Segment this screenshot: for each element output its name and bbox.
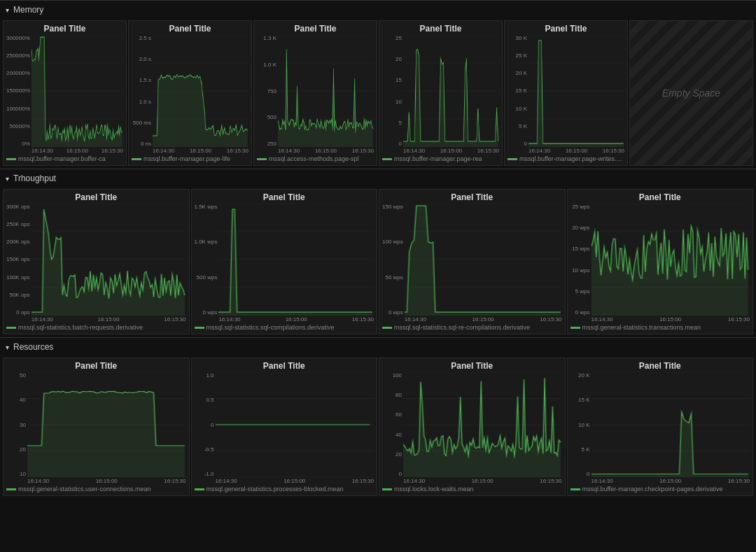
y-label: 20: [382, 451, 402, 458]
y-label: 0.5: [195, 397, 214, 403]
y-label: 0: [195, 422, 214, 428]
metric-indicator: [257, 158, 267, 160]
section-header-memory[interactable]: ▾Memory: [0, 0, 756, 19]
panel-title: Panel Title: [6, 361, 186, 371]
chart-canvas: [403, 35, 499, 147]
x-label: 16:15:00: [472, 478, 493, 484]
y-label: 50: [6, 372, 26, 378]
y-label: 20 wps: [570, 225, 590, 231]
panel-panel-thr-1: Panel Title300K ops250K ops200K ops150K …: [3, 189, 190, 334]
panel-title: Panel Title: [382, 192, 562, 202]
y-label: 150000%: [6, 87, 30, 94]
x-label: 16:15:00: [190, 148, 211, 154]
x-label: 16:14:30: [218, 316, 240, 323]
x-label: 16:15:30: [540, 478, 561, 484]
canvas-container: 16:14:3016:15:0016:15:30: [218, 204, 374, 323]
chart-wrapper: 1.5K wps1.0K wps500 wps0 wps16:14:3016:1…: [195, 204, 374, 323]
panel-metric-label: mssql.sql-statistics.sql-re-compilations…: [382, 324, 562, 331]
panel-title: Panel Title: [6, 192, 186, 202]
panel-panel-thr-4: Panel Title25 wps20 wps15 wps10 wps5 wps…: [567, 189, 754, 334]
y-label: 10 K: [570, 422, 590, 428]
x-axis: 16:14:3016:15:0016:15:30: [403, 478, 562, 484]
panel-panel-res-3: Panel Title10080604020016:14:3016:15:001…: [379, 358, 566, 496]
chart-canvas: [278, 35, 374, 147]
panel-metric-label: mssql.general-statistics.transactions.me…: [570, 324, 750, 331]
section-label: Trhoughput: [13, 174, 56, 183]
chart-canvas: [153, 35, 248, 147]
y-axis: 2520151050: [382, 35, 403, 147]
y-label: 200000%: [6, 70, 30, 76]
y-label: 5 wps: [570, 288, 590, 295]
y-label: 30: [6, 422, 26, 428]
x-label: 16:14:30: [278, 148, 300, 154]
x-label: 16:14:30: [403, 148, 425, 154]
y-label: 1.3 K: [257, 35, 276, 41]
chart-canvas: [31, 204, 186, 316]
chart-wrapper: 300K ops250K ops200K ops150K ops100K ops…: [6, 204, 186, 323]
y-label: 0: [570, 471, 590, 477]
y-label: 10 K: [507, 106, 527, 112]
chevron-icon: ▾: [6, 344, 9, 351]
y-label: 20 K: [507, 70, 527, 76]
y-label: 500 wps: [195, 274, 218, 281]
panel-metric-label: mssql.buffer-manager.checkpoint-pages.de…: [570, 486, 750, 493]
chart-wrapper: 1.3 K1.0 K75050025016:14:3016:15:0016:15…: [257, 35, 374, 154]
y-label: 250: [257, 141, 276, 147]
y-label: 0 wps: [195, 309, 218, 316]
y-label: 0: [382, 141, 402, 147]
x-label: 16:15:30: [728, 478, 750, 484]
x-label: 16:14:30: [405, 316, 426, 323]
y-label: 2.0 s: [132, 56, 151, 62]
x-axis: 16:14:3016:15:0016:15:30: [153, 148, 248, 154]
y-label: 15: [382, 77, 402, 83]
chart-canvas: [592, 204, 750, 316]
y-label: 100000%: [6, 106, 30, 112]
canvas-container: 16:14:3016:15:0016:15:30: [27, 372, 186, 484]
panels-row-resources: Panel Title504030201016:14:3016:15:0016:…: [0, 356, 756, 499]
app-container: ▾MemoryPanel Title300000%250000%200000%1…: [0, 0, 756, 499]
y-label: 50K ops: [6, 292, 30, 298]
x-label: 16:15:30: [227, 148, 248, 154]
panel-panel-res-4: Panel Title20 K15 K10 K5 K016:14:3016:15…: [567, 358, 754, 496]
chart-wrapper: 30 K25 K20 K15 K10 K5 K016:14:3016:15:00…: [507, 35, 624, 154]
y-label: 300000%: [6, 35, 30, 41]
y-label: 750: [257, 88, 276, 94]
y-label: 50 wps: [382, 274, 403, 281]
metric-indicator: [382, 327, 392, 329]
y-label: 0: [382, 471, 402, 477]
panel-metric-label: mssql.sql-statistics.batch-requests.deri…: [6, 324, 186, 331]
panel-panel-memory-3: Panel Title1.3 K1.0 K75050025016:14:3016…: [253, 20, 377, 166]
chart-wrapper: 300000%250000%200000%150000%100000%50000…: [6, 35, 123, 154]
panel-title: Panel Title: [382, 361, 562, 371]
metric-indicator: [132, 158, 141, 160]
metric-indicator: [6, 158, 16, 160]
y-label: 0 wps: [570, 309, 590, 316]
panel-metric-label: mssql.buffer-manager.buffer-ca: [6, 155, 123, 162]
section-header-throughput[interactable]: ▾Trhoughput: [0, 169, 756, 187]
y-axis: 2.5 s2.0 s1.5 s1.0 s500 ms0 ns: [132, 35, 153, 147]
x-label: 16:15:30: [603, 148, 624, 154]
x-axis: 16:14:3016:15:0016:15:30: [592, 316, 750, 323]
x-label: 16:14:30: [528, 148, 550, 154]
x-label: 16:15:00: [472, 316, 494, 323]
chart-canvas: [27, 372, 186, 477]
y-label: 1.0 K: [257, 62, 276, 68]
y-label: 25 K: [507, 52, 527, 59]
x-label: 16:15:30: [164, 316, 186, 323]
x-axis: 16:14:3016:15:0016:15:30: [528, 148, 624, 154]
section-header-resources[interactable]: ▾Resources: [0, 337, 756, 356]
chart-wrapper: 25 wps20 wps15 wps10 wps5 wps0 wps16:14:…: [570, 204, 750, 323]
x-label: 16:15:00: [96, 478, 118, 484]
canvas-container: 16:14:3016:15:0016:15:30: [216, 372, 374, 484]
metric-indicator: [195, 327, 204, 329]
y-label: 20 K: [570, 372, 590, 378]
y-label: 5 K: [507, 123, 527, 129]
panel-panel-memory-4: Panel Title252015105016:14:3016:15:0016:…: [379, 20, 503, 166]
panel-panel-memory-5: Panel Title30 K25 K20 K15 K10 K5 K016:14…: [504, 20, 628, 166]
y-label: 1.0K wps: [195, 239, 218, 245]
x-axis: 16:14:3016:15:0016:15:30: [31, 148, 123, 154]
metric-indicator: [6, 488, 16, 490]
y-label: 100K ops: [6, 274, 30, 281]
y-label: 5 K: [570, 446, 590, 453]
panel-title: Panel Title: [570, 192, 750, 202]
